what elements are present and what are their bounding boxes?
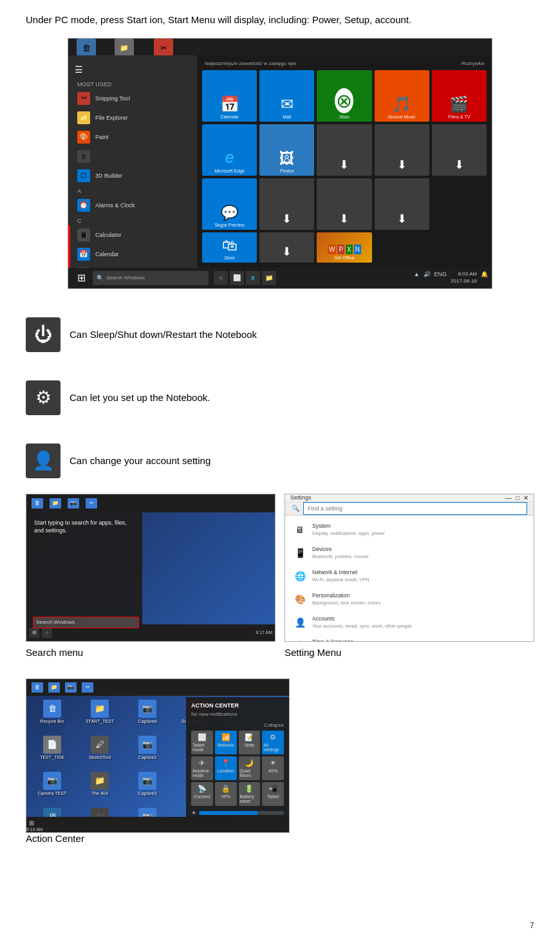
tile-dl5[interactable]: ⬇	[317, 178, 371, 230]
account-description: Can change your account setting	[70, 454, 210, 467]
tile-edge[interactable]: e Microsoft Edge	[202, 124, 257, 176]
brightness-bar	[199, 811, 284, 815]
taskbar-edge[interactable]: e	[246, 271, 260, 285]
desktop-icon-testtide: 📄 TEST_TIDE	[29, 736, 75, 770]
taskbar-taskview[interactable]: ⬜	[230, 271, 244, 285]
action-no-notifications: No new notifications	[191, 711, 284, 717]
taskbar-search[interactable]: 🔍 Search Windows	[93, 271, 209, 285]
settings-list: 🖥 System Display, notifications, apps, p…	[285, 516, 534, 642]
settings-icon-box: ⚙	[26, 380, 61, 415]
settings-min-btn[interactable]: —	[505, 494, 512, 501]
tile-calendar[interactable]: 📅 Calendar	[202, 70, 257, 122]
tile-dl3[interactable]: ⬇	[432, 124, 487, 176]
desktop-icon-cap2: 📷 Capture2	[124, 736, 171, 770]
settings-search-bar: 🔍	[285, 502, 534, 516]
action-airplane[interactable]: ✈ Airplane mode	[191, 756, 213, 780]
action-cap-icon: 📷	[65, 682, 77, 693]
tile-photos[interactable]: 🖼 Photos	[259, 124, 314, 176]
desktop-icon-cap3: 📷 Capture3	[124, 772, 171, 807]
settings-personalization-item[interactable]: 🎨 Personalization Background, lock scree…	[290, 589, 528, 610]
system-icon: 🖥	[293, 523, 307, 537]
tile-get-office[interactable]: W P X N Get Office	[317, 232, 371, 263]
tile-dl4[interactable]: ⬇	[259, 178, 314, 230]
search-cap-icon: 📷	[68, 498, 79, 509]
tile-skype[interactable]: 💬 Skype Preview	[202, 178, 257, 230]
all-settings-icon: ⚙	[270, 733, 276, 742]
tile-xbox[interactable]: ⊗ Xbox	[317, 70, 371, 122]
tile-empty1	[432, 178, 487, 230]
quiet-hours-icon: 🌙	[245, 759, 254, 767]
action-quiet[interactable]: 🌙 Quiet hours	[239, 756, 261, 780]
brightness-fill	[199, 811, 258, 815]
action-tablet[interactable]: 📲 Tablet	[262, 782, 284, 806]
desktop-icon-sketchtool: 🖊 SketchTool	[77, 736, 123, 770]
account-icon-box: 👤	[26, 443, 61, 478]
action-brightness[interactable]: ☀ 40%	[262, 756, 284, 780]
app-alarms: ⏰ Alarms & Clock	[68, 196, 197, 215]
action-taskbar: ⊞ 8:19 AM	[26, 817, 289, 832]
tablet-mode-icon: ⬜	[198, 733, 207, 742]
taskbar-cortana[interactable]: ○	[214, 271, 228, 285]
search-rb-icon: 🗑	[32, 498, 43, 509]
desktop-icon-camera: 📷 Camera TEST	[29, 772, 75, 807]
find-a-setting-input[interactable]	[303, 502, 527, 515]
settings-devices-item[interactable]: 📱 Devices Bluetooth, printers, mouse	[290, 543, 528, 563]
power-icon-box: ⏻	[26, 317, 61, 352]
gear-symbol: ⚙	[35, 387, 51, 408]
tile-store[interactable]: 🛍 Store	[202, 232, 257, 263]
action-location[interactable]: 📍 Location	[215, 756, 237, 780]
search-snip-icon: ✂	[86, 498, 97, 509]
search-box-text: Search Windows	[36, 619, 75, 625]
section-c: C	[68, 215, 197, 225]
start-button[interactable]: ⊞	[72, 269, 90, 287]
app-file-explorer: 📁 File Explorer	[68, 108, 197, 127]
settings-max-btn[interactable]: □	[516, 494, 519, 501]
app-hash: #	[68, 147, 197, 166]
search-top-bar: 🗑 📁 📷 ✂	[26, 494, 275, 512]
battery-icon: 🔋	[245, 785, 254, 793]
tile-dl2[interactable]: ⬇	[375, 124, 429, 176]
tile-dl1[interactable]: ⬇	[317, 124, 371, 176]
tile-films[interactable]: 🎬 Films & TV	[432, 70, 487, 122]
start-left-panel: ☰ Most used ✂ Snipping Tool 📁 File Explo…	[68, 55, 197, 268]
tile-groove[interactable]: 🎵 Groove Music	[375, 70, 429, 122]
tile-dl7[interactable]: ⬇	[259, 232, 314, 263]
settings-close-btn[interactable]: ✕	[523, 494, 528, 501]
app-snipping-tool: ✂ Snipping Tool	[68, 89, 197, 108]
settings-system-item[interactable]: 🖥 System Display, notifications, apps, p…	[290, 519, 528, 540]
taskbar-system-tray: ▲ 🔊 ENG 8:03 AM 2017-06-16 🔔	[414, 271, 488, 285]
action-snip-icon: ✂	[82, 682, 93, 693]
power-description: Can Sleep/Shut down/Restart the Notebook	[70, 328, 257, 341]
action-connect[interactable]: 📡 Connect	[191, 782, 213, 806]
action-battery[interactable]: 🔋 Battery saver	[239, 782, 261, 806]
action-buttons-grid: ⬜ Tablet mode 📶 Network 📝 Note ⚙ All set…	[191, 731, 284, 806]
action-note[interactable]: 📝 Note	[239, 731, 261, 754]
section-a: A	[68, 185, 197, 196]
search-caption: Search menu	[26, 647, 275, 658]
search-time: 8:17 AM	[256, 630, 272, 635]
taskbar-clock: 8:03 AM 2017-06-16	[451, 271, 477, 285]
tile-dl6[interactable]: ⬇	[375, 178, 429, 230]
app-3dbuilder: ⬡ 3D Builder	[68, 166, 197, 185]
taskbar-explorer[interactable]: 📁	[262, 271, 276, 285]
settings-title-text: Settings	[290, 494, 312, 501]
main-screenshot: 🗑 Recycle Bin 📁 START_TEST ✂ Snipping To…	[68, 38, 492, 289]
tile-mail[interactable]: ✉ Mail	[259, 70, 314, 122]
action-center-screenshot: 🗑 Recycle Bin 📁 START_TEST 📷 Captured ✂ …	[26, 678, 290, 833]
action-top-bar: 🗑 📁 📷 ✂	[26, 679, 289, 696]
accounts-icon: 👤	[293, 615, 307, 630]
action-network[interactable]: 📶 Network	[215, 731, 237, 754]
settings-accounts-item[interactable]: 👤 Accounts Your accounts, email, sync, w…	[290, 612, 528, 633]
action-collapse-btn[interactable]: Collapse	[191, 722, 284, 728]
action-vpn[interactable]: 🔒 VPN	[215, 782, 237, 806]
action-desktop: 🗑 Recycle Bin 📁 START_TEST 📷 Captured ✂ …	[26, 679, 289, 832]
time-icon: 🕐	[293, 639, 307, 642]
settings-network-item[interactable]: 🌐 Network & Internet Wi-Fi, airplane mod…	[290, 566, 528, 586]
action-all-settings[interactable]: ⚙ All settings	[262, 731, 284, 754]
desktop-icon-recycle: 🗑 Recycle Bin	[29, 700, 75, 734]
airplane-icon: ✈	[199, 759, 205, 767]
settings-time-item[interactable]: 🕐 Time & language Speech, region, date	[290, 635, 528, 642]
action-tablet-mode[interactable]: ⬜ Tablet mode	[191, 731, 213, 754]
app-paint: 🎨 Paint	[68, 127, 197, 147]
settings-titlebar: Settings — □ ✕	[285, 494, 534, 502]
